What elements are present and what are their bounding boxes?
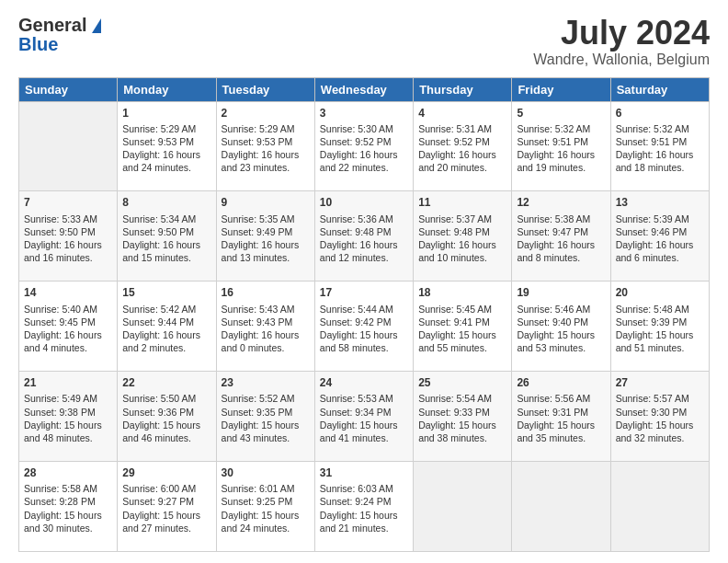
table-row: 12Sunrise: 5:38 AMSunset: 9:47 PMDayligh… bbox=[512, 191, 610, 282]
cell-content: Daylight: 15 hours bbox=[517, 328, 605, 341]
cell-content: Daylight: 16 hours bbox=[222, 148, 310, 161]
day-number: 29 bbox=[122, 465, 210, 480]
cell-content: Daylight: 15 hours bbox=[418, 419, 506, 431]
cell-content: Sunrise: 6:00 AM bbox=[122, 482, 210, 495]
cell-content: Sunrise: 5:49 AM bbox=[24, 392, 112, 405]
cell-content: Sunset: 9:31 PM bbox=[517, 406, 605, 419]
cell-content: Daylight: 16 hours bbox=[320, 238, 408, 251]
day-number: 8 bbox=[122, 195, 210, 210]
day-number: 2 bbox=[222, 106, 310, 121]
col-wednesday: Wednesday bbox=[314, 77, 413, 101]
cell-content: Daylight: 15 hours bbox=[320, 419, 408, 431]
cell-content: and 32 minutes. bbox=[616, 431, 704, 444]
day-number: 11 bbox=[418, 195, 506, 210]
cell-content: Sunset: 9:33 PM bbox=[418, 406, 506, 419]
cell-content: Sunrise: 5:34 AM bbox=[122, 213, 210, 225]
cell-content: and 53 minutes. bbox=[517, 341, 605, 354]
table-row: 9Sunrise: 5:35 AMSunset: 9:49 PMDaylight… bbox=[216, 191, 314, 282]
cell-content: and 4 minutes. bbox=[24, 341, 112, 354]
cell-content: and 13 minutes. bbox=[222, 251, 310, 264]
cell-content: Daylight: 16 hours bbox=[418, 238, 506, 251]
cell-content: Daylight: 16 hours bbox=[222, 238, 310, 251]
day-number: 23 bbox=[222, 375, 310, 390]
logo-general-text: General bbox=[18, 15, 86, 36]
cell-content: and 55 minutes. bbox=[418, 341, 506, 354]
cell-content: Daylight: 15 hours bbox=[222, 509, 310, 522]
day-number: 22 bbox=[122, 375, 210, 390]
day-number: 17 bbox=[320, 285, 408, 300]
col-tuesday: Tuesday bbox=[216, 77, 314, 101]
cell-content: Daylight: 16 hours bbox=[616, 238, 704, 251]
table-row: 22Sunrise: 5:50 AMSunset: 9:36 PMDayligh… bbox=[118, 372, 216, 462]
cell-content: and 10 minutes. bbox=[418, 251, 506, 264]
cell-content: and 16 minutes. bbox=[24, 251, 112, 264]
cell-content: and 24 minutes. bbox=[222, 522, 310, 534]
cell-content: Daylight: 16 hours bbox=[222, 328, 310, 341]
cell-content: Sunset: 9:25 PM bbox=[222, 495, 310, 508]
cell-content: Daylight: 15 hours bbox=[616, 419, 704, 431]
cell-content: Sunrise: 5:42 AM bbox=[122, 303, 210, 316]
cell-content: and 27 minutes. bbox=[122, 522, 210, 534]
calendar: Sunday Monday Tuesday Wednesday Thursday… bbox=[18, 77, 710, 552]
col-monday: Monday bbox=[118, 77, 216, 101]
cell-content: Sunrise: 5:57 AM bbox=[616, 392, 704, 405]
subtitle: Wandre, Wallonia, Belgium bbox=[533, 52, 710, 68]
cell-content: Sunset: 9:39 PM bbox=[616, 316, 704, 328]
cell-content: Sunset: 9:27 PM bbox=[122, 495, 210, 508]
day-number: 28 bbox=[24, 465, 112, 480]
cell-content: Sunset: 9:50 PM bbox=[24, 225, 112, 238]
table-row: 29Sunrise: 6:00 AMSunset: 9:27 PMDayligh… bbox=[118, 462, 216, 552]
cell-content: and 48 minutes. bbox=[24, 431, 112, 444]
cell-content: Sunset: 9:49 PM bbox=[222, 225, 310, 238]
table-row: 30Sunrise: 6:01 AMSunset: 9:25 PMDayligh… bbox=[216, 462, 314, 552]
logo-blue-text: Blue bbox=[18, 34, 58, 55]
cell-content: Sunset: 9:38 PM bbox=[24, 406, 112, 419]
table-row: 25Sunrise: 5:54 AMSunset: 9:33 PMDayligh… bbox=[414, 372, 512, 462]
cell-content: Sunset: 9:53 PM bbox=[222, 135, 310, 148]
cell-content: Daylight: 16 hours bbox=[320, 148, 408, 161]
cell-content: Sunset: 9:43 PM bbox=[222, 316, 310, 328]
day-number: 18 bbox=[418, 285, 506, 300]
cell-content: Sunset: 9:40 PM bbox=[517, 316, 605, 328]
cell-content: Sunset: 9:35 PM bbox=[222, 406, 310, 419]
cell-content: Sunset: 9:34 PM bbox=[320, 406, 408, 419]
table-row: 15Sunrise: 5:42 AMSunset: 9:44 PMDayligh… bbox=[118, 282, 216, 372]
table-row: 1Sunrise: 5:29 AMSunset: 9:53 PMDaylight… bbox=[118, 101, 216, 191]
day-number: 19 bbox=[517, 285, 605, 300]
cell-content: Sunrise: 5:58 AM bbox=[24, 482, 112, 495]
day-number: 1 bbox=[122, 106, 210, 121]
cell-content: Sunset: 9:41 PM bbox=[418, 316, 506, 328]
cell-content: and 18 minutes. bbox=[616, 161, 704, 174]
table-row bbox=[19, 101, 118, 191]
cell-content: Sunrise: 5:56 AM bbox=[517, 392, 605, 405]
cell-content: Daylight: 16 hours bbox=[616, 148, 704, 161]
cell-content: and 51 minutes. bbox=[616, 341, 704, 354]
cell-content: Sunrise: 6:03 AM bbox=[320, 482, 408, 495]
table-row: 28Sunrise: 5:58 AMSunset: 9:28 PMDayligh… bbox=[19, 462, 118, 552]
cell-content: Sunset: 9:30 PM bbox=[616, 406, 704, 419]
cell-content: and 0 minutes. bbox=[222, 341, 310, 354]
day-number: 16 bbox=[222, 285, 310, 300]
table-row: 14Sunrise: 5:40 AMSunset: 9:45 PMDayligh… bbox=[19, 282, 118, 372]
cell-content: Sunrise: 5:50 AM bbox=[122, 392, 210, 405]
cell-content: Sunrise: 6:01 AM bbox=[222, 482, 310, 495]
cell-content: and 22 minutes. bbox=[320, 161, 408, 174]
logo-wrapper: General bbox=[18, 15, 101, 36]
logo-icon bbox=[92, 18, 101, 33]
table-row: 4Sunrise: 5:31 AMSunset: 9:52 PMDaylight… bbox=[414, 101, 512, 191]
cell-content: and 38 minutes. bbox=[418, 431, 506, 444]
day-number: 13 bbox=[616, 195, 704, 210]
cell-content: Sunset: 9:48 PM bbox=[418, 225, 506, 238]
cell-content: and 43 minutes. bbox=[222, 431, 310, 444]
cell-content: Sunset: 9:52 PM bbox=[320, 135, 408, 148]
table-row: 7Sunrise: 5:33 AMSunset: 9:50 PMDaylight… bbox=[19, 191, 118, 282]
cell-content: and 58 minutes. bbox=[320, 341, 408, 354]
day-number: 3 bbox=[320, 106, 408, 121]
day-number: 27 bbox=[616, 375, 704, 390]
day-number: 15 bbox=[122, 285, 210, 300]
cell-content: Sunrise: 5:52 AM bbox=[222, 392, 310, 405]
cell-content: Sunrise: 5:40 AM bbox=[24, 303, 112, 316]
day-number: 9 bbox=[222, 195, 310, 210]
table-row bbox=[610, 462, 709, 552]
day-number: 26 bbox=[517, 375, 605, 390]
